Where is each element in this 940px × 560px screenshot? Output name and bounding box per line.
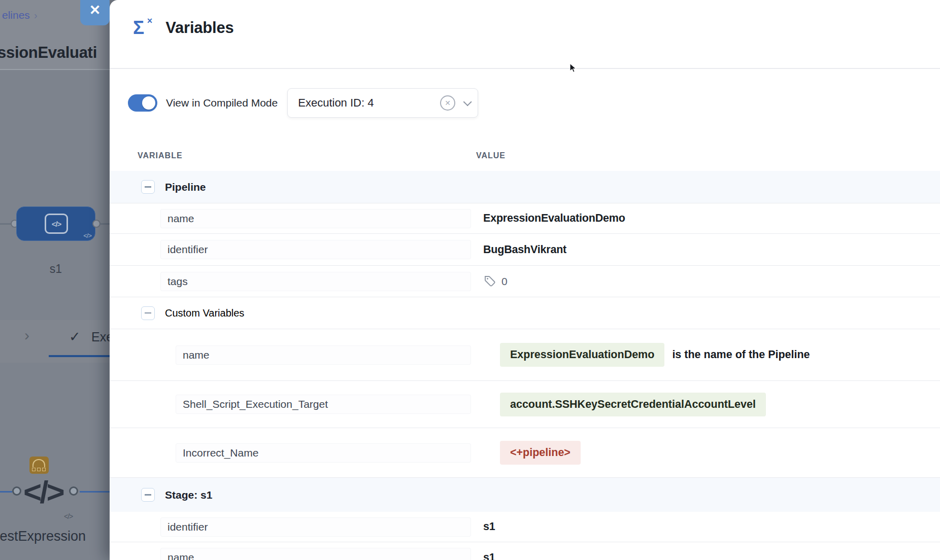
topbar-divider	[0, 69, 110, 70]
collapse-minus-icon[interactable]	[141, 488, 155, 502]
step-connector-dot-right	[69, 486, 78, 496]
section-title: Custom Variables	[165, 307, 244, 319]
table-row: name ExpressionEvaluationDemo is the nam…	[110, 329, 940, 381]
execution-id-value: Execution ID: 4	[298, 96, 440, 110]
step-name-label: testExpression	[0, 529, 86, 544]
table-row: identifier s1	[110, 512, 940, 542]
pipeline-page-title: ssionEvaluati	[0, 44, 97, 62]
variable-name: name	[160, 548, 471, 560]
collapse-minus-icon[interactable]	[141, 180, 155, 194]
table-row: identifier BugBashVikrant	[110, 234, 940, 266]
compiled-value-chip: account.SSHKeySecretCredentialAccountLev…	[500, 393, 766, 416]
table-row: name ExpressionEvaluationDemo	[110, 203, 940, 234]
tag-icon	[483, 274, 497, 288]
step-code-mini-icon: </>	[64, 512, 73, 520]
section-row-pipeline[interactable]: Pipeline	[110, 171, 940, 203]
stage-name-label: s1	[36, 262, 76, 276]
clear-selection-icon[interactable]: ✕	[440, 95, 455, 111]
variable-value: s1	[483, 551, 495, 560]
close-drawer-button[interactable]: ✕	[80, 0, 110, 25]
stage-code-mini-icon: </>	[83, 232, 91, 239]
step-connector-line-right	[80, 491, 110, 493]
variable-name: name	[160, 209, 471, 228]
active-tab-underline	[49, 355, 110, 357]
compiled-mode-label: View in Compiled Mode	[166, 97, 278, 109]
shell-script-step-icon: </>	[23, 474, 63, 510]
variable-name: identifier	[160, 240, 471, 259]
breadcrumb-label: elines	[2, 9, 30, 21]
variables-table: VARIABLE VALUE Pipeline name ExpressionE…	[110, 140, 940, 560]
variables-drawer: Σ× Variables View in Compiled Mode Execu…	[110, 0, 940, 560]
breadcrumb-chevron-icon: ›	[34, 10, 38, 21]
tags-value: 0	[483, 274, 508, 288]
toggle-knob	[142, 96, 155, 110]
custom-stage-icon: </>	[45, 214, 68, 234]
close-icon: ✕	[89, 2, 101, 18]
mouse-cursor-icon	[569, 63, 579, 74]
table-row: Shell_Script_Execution_Target account.SS…	[110, 381, 940, 428]
column-header-value: VALUE	[476, 151, 506, 160]
check-icon: ✓	[69, 329, 81, 345]
section-title: Pipeline	[165, 181, 206, 193]
chevron-down-icon	[463, 97, 472, 106]
variable-name: Shell_Script_Execution_Target	[176, 395, 471, 414]
variable-value: ExpressionEvaluationDemo	[483, 212, 625, 225]
step-connector-line-left	[0, 491, 12, 493]
compiled-mode-toggle[interactable]	[128, 94, 157, 112]
column-header-variable: VARIABLE	[138, 151, 476, 160]
execution-id-select[interactable]: Execution ID: 4 ✕	[287, 88, 478, 118]
stage-node-s1: </> </>	[16, 206, 95, 241]
variable-name: identifier	[160, 517, 471, 537]
variable-name: name	[176, 345, 471, 365]
drawer-title: Variables	[165, 19, 233, 37]
value-suffix-text: is the name of the Pipeline	[672, 348, 810, 361]
table-row: tags 0	[110, 266, 940, 297]
collapse-minus-icon[interactable]	[141, 306, 155, 320]
tab-execution: Exe	[91, 330, 110, 344]
table-row: name s1	[110, 542, 940, 560]
header-divider	[110, 68, 940, 69]
drawer-controls: View in Compiled Mode Execution ID: 4 ✕	[128, 88, 478, 118]
variable-name: tags	[160, 272, 471, 291]
drawer-header: Σ× Variables	[133, 18, 234, 37]
table-header: VARIABLE VALUE	[110, 140, 940, 171]
variable-value: BugBashVikrant	[483, 243, 566, 256]
dimmed-backdrop: elines› ssionEvaluati </> </> s1 › ✓ Exe…	[0, 0, 110, 560]
collapse-chevron-icon: ›	[24, 327, 29, 344]
section-row-custom-variables[interactable]: Custom Variables	[110, 297, 940, 329]
section-title: Stage: s1	[165, 489, 212, 501]
compiled-value-chip: ExpressionEvaluationDemo	[500, 343, 664, 367]
stage-connector-dot-right	[92, 220, 100, 228]
stage-connector-line-left	[0, 223, 11, 225]
variable-value: s1	[483, 520, 495, 533]
step-connector-dot-left	[12, 486, 21, 496]
breadcrumb: elines›	[2, 9, 38, 21]
stage-connector-line-right	[100, 223, 110, 225]
variables-sigma-icon: Σ×	[133, 18, 144, 37]
table-row: Incorrect_Name <+pipeline>	[110, 428, 940, 478]
unresolved-expression-chip: <+pipeline>	[500, 441, 581, 465]
screen: elines› ssionEvaluati </> </> s1 › ✓ Exe…	[0, 0, 940, 560]
section-row-stage-s1[interactable]: Stage: s1	[110, 478, 940, 512]
barrier-step-badge-icon	[29, 457, 49, 474]
variable-name: Incorrect_Name	[176, 443, 471, 463]
